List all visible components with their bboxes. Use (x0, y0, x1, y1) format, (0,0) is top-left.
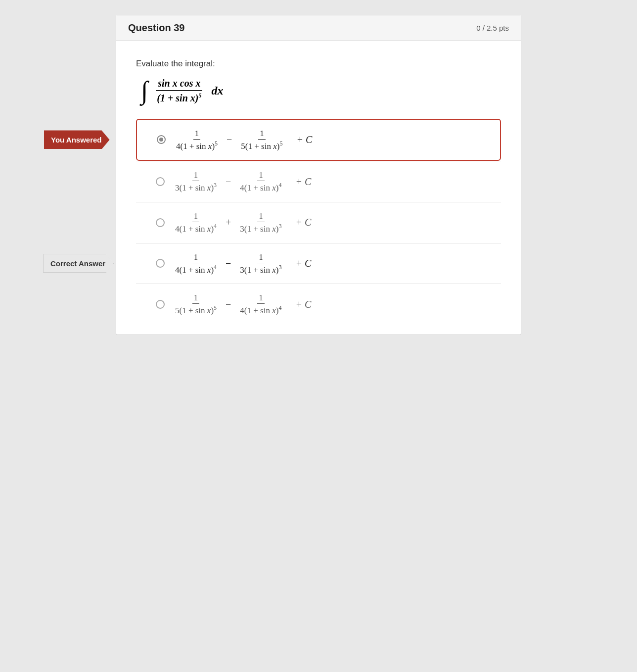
frac-C1: 1 4(1 + sin x)4 (174, 211, 218, 234)
frac-C2: 1 3(1 + sin x)3 (238, 211, 283, 234)
option-E[interactable]: 1 5(1 + sin x)5 − 1 4(1 + sin x)4 + C (136, 284, 501, 325)
frac-E2: 1 4(1 + sin x)4 (238, 293, 283, 316)
you-answered-badge: You Answered (44, 130, 110, 149)
radio-B[interactable] (156, 177, 165, 186)
outer-container: Question 39 0 / 2.5 pts Evaluate the int… (116, 15, 521, 657)
frac-D1: 1 4(1 + sin x)4 (174, 252, 218, 275)
frac-A1: 1 4(1 + sin x)5 (175, 129, 219, 151)
radio-C[interactable] (156, 218, 165, 227)
answer-math-D: 1 4(1 + sin x)4 − 1 3(1 + sin x)3 + C (174, 252, 311, 275)
question-points: 0 / 2.5 pts (476, 24, 509, 32)
question-card: Question 39 0 / 2.5 pts Evaluate the int… (116, 15, 521, 335)
answer-math-B: 1 3(1 + sin x)3 − 1 4(1 + sin x)4 + C (174, 170, 311, 193)
option-C[interactable]: 1 4(1 + sin x)4 + 1 3(1 + sin x)3 + C (136, 202, 501, 243)
question-body: Evaluate the integral: ∫ sin x cos x (1 … (116, 41, 521, 335)
frac-B1: 1 3(1 + sin x)3 (174, 170, 218, 193)
question-header: Question 39 0 / 2.5 pts (116, 15, 521, 41)
answer-math-C: 1 4(1 + sin x)4 + 1 3(1 + sin x)3 + C (174, 211, 311, 234)
radio-D[interactable] (156, 259, 165, 268)
answer-math-A: 1 4(1 + sin x)5 − 1 5(1 + sin x)5 + C (175, 129, 312, 151)
option-D[interactable]: Correct Answer 1 4(1 + sin x)4 − 1 3(1 +… (136, 243, 501, 284)
integral-numerator: sin x cos x (156, 78, 202, 91)
option-B[interactable]: 1 3(1 + sin x)3 − 1 4(1 + sin x)4 + C (136, 161, 501, 202)
correct-answer-badge: Correct Answer (43, 254, 114, 273)
option-A[interactable]: You Answered 1 4(1 + sin x)5 − 1 5(1 + s… (136, 119, 501, 161)
frac-A2: 1 5(1 + sin x)5 (239, 129, 284, 151)
integral-sign: ∫ (141, 78, 148, 103)
radio-A[interactable] (157, 135, 166, 144)
frac-B2: 1 4(1 + sin x)4 (238, 170, 283, 193)
frac-D2: 1 3(1 + sin x)3 (238, 252, 283, 275)
dx-label: dx (211, 84, 223, 97)
options-list: You Answered 1 4(1 + sin x)5 − 1 5(1 + s… (136, 119, 501, 325)
answer-math-E: 1 5(1 + sin x)5 − 1 4(1 + sin x)4 + C (174, 293, 311, 316)
integral-fraction: sin x cos x (1 + sin x)5 (155, 78, 203, 104)
question-title: Question 39 (128, 22, 184, 34)
radio-E[interactable] (156, 300, 165, 309)
integral-denominator: (1 + sin x)5 (155, 91, 203, 104)
question-prompt: Evaluate the integral: (136, 59, 501, 69)
integral-display: ∫ sin x cos x (1 + sin x)5 dx (141, 78, 501, 104)
frac-E1: 1 5(1 + sin x)5 (174, 293, 218, 316)
